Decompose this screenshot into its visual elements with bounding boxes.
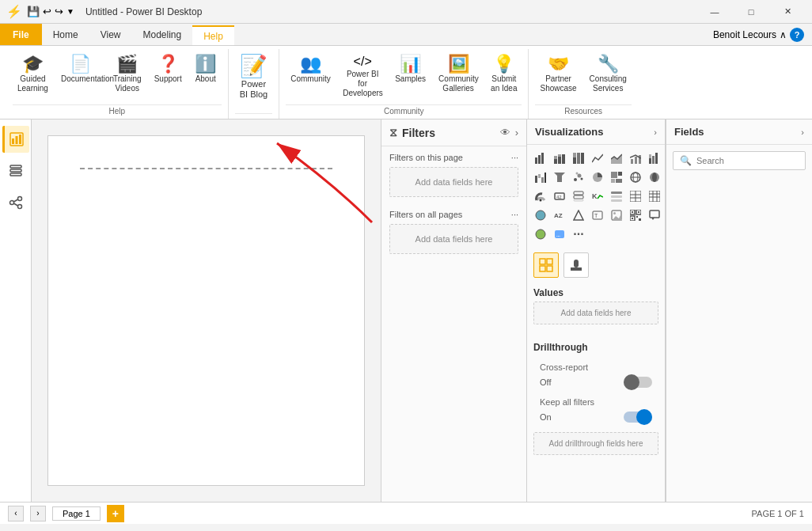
filters-all-pages-drop[interactable]: Add data fields here xyxy=(389,224,518,254)
viz-icon-filled-map[interactable] xyxy=(646,169,663,186)
svg-rect-94 xyxy=(540,266,545,271)
filters-expand-icon[interactable]: › xyxy=(515,127,518,138)
page-add-button[interactable]: + xyxy=(107,505,124,522)
ribbon-area: File Home View Modeling Help Benoit Leco… xyxy=(0,24,812,119)
maximize-button[interactable]: □ xyxy=(733,0,769,24)
viz-icon-funnel[interactable] xyxy=(551,169,568,186)
viz-format-btn[interactable] xyxy=(563,252,589,278)
viz-icon-bar[interactable] xyxy=(532,150,549,167)
viz-icon-chat[interactable] xyxy=(646,207,663,224)
ribbon-item-consulting-services[interactable]: 🔧 ConsultingServices xyxy=(585,52,632,97)
tab-modeling[interactable]: Modeling xyxy=(131,24,192,45)
quick-redo[interactable]: ↪ xyxy=(55,6,63,17)
page-tab-1[interactable]: Page 1 xyxy=(52,506,101,521)
search-icon: 🔍 xyxy=(680,155,692,166)
viz-icon-card2[interactable]: ... xyxy=(551,226,568,243)
viz-icon-waterfall[interactable] xyxy=(532,169,549,186)
viz-cross-report-toggle[interactable] xyxy=(624,377,652,388)
title-bar-left: ⚡ 💾 ↩ ↪ ▼ Untitled - Power BI Desktop xyxy=(6,4,202,19)
ribbon-item-submit-idea[interactable]: 💡 Submitan Idea xyxy=(486,52,522,97)
ribbon-item-documentation[interactable]: 📄 Documentation xyxy=(56,52,105,87)
viz-icon-globe[interactable] xyxy=(532,207,549,224)
svg-rect-46 xyxy=(616,179,622,183)
close-button[interactable]: ✕ xyxy=(769,0,806,24)
viz-icon-triangle[interactable] xyxy=(570,207,587,224)
fields-panel-chevron-icon[interactable]: › xyxy=(801,127,804,137)
ribbon-item-power-bi-blog[interactable]: 📝 PowerBI Blog xyxy=(235,52,272,103)
viz-icon-area[interactable] xyxy=(608,150,625,167)
ribbon-item-about[interactable]: ℹ️ About xyxy=(190,52,222,87)
viz-icon-gauge[interactable] xyxy=(532,188,549,205)
search-input[interactable] xyxy=(696,156,806,165)
viz-icon-az[interactable]: AZ xyxy=(551,207,568,224)
viz-drillthrough-drop[interactable]: Add drillthrough fields here xyxy=(533,432,658,455)
tab-help[interactable]: Help xyxy=(192,25,234,45)
sidebar-icon-report[interactable] xyxy=(2,126,29,153)
tab-home[interactable]: Home xyxy=(42,24,89,45)
viz-icon-matrix[interactable] xyxy=(646,188,663,205)
filters-page-drop[interactable]: Add data fields here xyxy=(389,167,518,197)
viz-icon-map[interactable] xyxy=(627,169,644,186)
blog-group-items: 📝 PowerBI Blog xyxy=(235,49,272,113)
minimize-button[interactable]: — xyxy=(696,0,733,24)
window-controls: — □ ✕ xyxy=(696,0,806,24)
filters-title: ⧖ Filters xyxy=(389,126,435,139)
viz-icon-multi-row-card[interactable] xyxy=(570,188,587,205)
ribbon-item-community[interactable]: 👥 Community xyxy=(286,52,335,87)
viz-icon-qr[interactable] xyxy=(627,207,644,224)
user-chevron-icon[interactable]: ∧ xyxy=(780,29,787,40)
about-label: About xyxy=(195,74,216,84)
svg-rect-36 xyxy=(544,173,546,183)
svg-rect-66 xyxy=(649,191,660,202)
ribbon-item-samples[interactable]: 📊 Samples xyxy=(390,52,431,87)
quick-save[interactable]: 💾 xyxy=(27,6,40,17)
ribbon-item-partner-showcase[interactable]: 🤝 PartnerShowcase xyxy=(535,52,581,97)
svg-rect-13 xyxy=(535,157,537,164)
svg-rect-15 xyxy=(541,153,544,164)
viz-icon-treemap[interactable] xyxy=(608,169,625,186)
filters-visibility-icon[interactable]: 👁 xyxy=(500,127,510,138)
viz-icon-more[interactable]: ··· xyxy=(570,226,587,243)
viz-icon-slicer[interactable] xyxy=(608,188,625,205)
svg-point-41 xyxy=(576,173,579,175)
viz-panel-title: Visualizations xyxy=(535,126,603,138)
ribbon-item-power-bi-developers[interactable]: </> Power BI forDevelopers xyxy=(338,52,387,101)
viz-drillthrough-label: Drillthrough xyxy=(527,342,665,353)
page-nav-next[interactable]: › xyxy=(30,506,46,522)
viz-icon-image[interactable] xyxy=(608,207,625,224)
viz-values-drop[interactable]: Add data fields here xyxy=(533,302,658,324)
sidebar-icon-model[interactable] xyxy=(2,189,29,216)
viz-icon-card[interactable]: 42 xyxy=(551,188,568,205)
fields-search-box: 🔍 xyxy=(673,151,806,170)
viz-panel-chevron-icon[interactable]: › xyxy=(654,127,657,137)
page-nav-prev[interactable]: ‹ xyxy=(8,506,24,522)
viz-icon-scatter[interactable] xyxy=(570,169,587,186)
svg-point-52 xyxy=(540,199,542,202)
viz-icon-table[interactable] xyxy=(627,188,644,205)
quick-undo[interactable]: ↩ xyxy=(43,6,51,17)
quick-dropdown[interactable]: ▼ xyxy=(66,7,74,16)
viz-icon-line-bar[interactable] xyxy=(627,150,644,167)
viz-icon-stacked-bar[interactable] xyxy=(551,150,568,167)
viz-icon-100pct-bar[interactable] xyxy=(570,150,587,167)
viz-icon-pie[interactable] xyxy=(589,169,606,186)
tab-view[interactable]: View xyxy=(89,24,132,45)
viz-icon-line[interactable] xyxy=(589,150,606,167)
sidebar-icon-data[interactable] xyxy=(2,157,29,184)
resources-group-items: 🤝 PartnerShowcase 🔧 ConsultingServices xyxy=(535,49,631,104)
status-left: ‹ › Page 1 + xyxy=(8,505,124,522)
viz-keep-filters-toggle[interactable] xyxy=(624,412,652,423)
viz-icon-text-box[interactable]: T xyxy=(589,207,606,224)
filters-all-pages-more-icon[interactable]: ··· xyxy=(511,210,518,219)
ribbon-item-support[interactable]: ❓ Support xyxy=(150,52,187,87)
ribbon-item-guided-learning[interactable]: 🎓 GuidedLearning xyxy=(13,52,53,97)
filters-page-more-icon[interactable]: ··· xyxy=(511,153,518,162)
viz-build-fields-btn[interactable] xyxy=(533,252,559,278)
ribbon-item-training-videos[interactable]: 🎬 TrainingVideos xyxy=(108,52,146,97)
viz-icon-kpi[interactable]: K xyxy=(589,188,606,205)
viz-icon-ribbon[interactable] xyxy=(646,150,663,167)
viz-icon-globe2[interactable] xyxy=(532,226,549,243)
user-help-icon[interactable]: ? xyxy=(790,28,804,42)
tab-file[interactable]: File xyxy=(0,24,42,45)
ribbon-item-community-galleries[interactable]: 🖼️ CommunityGalleries xyxy=(434,52,483,97)
